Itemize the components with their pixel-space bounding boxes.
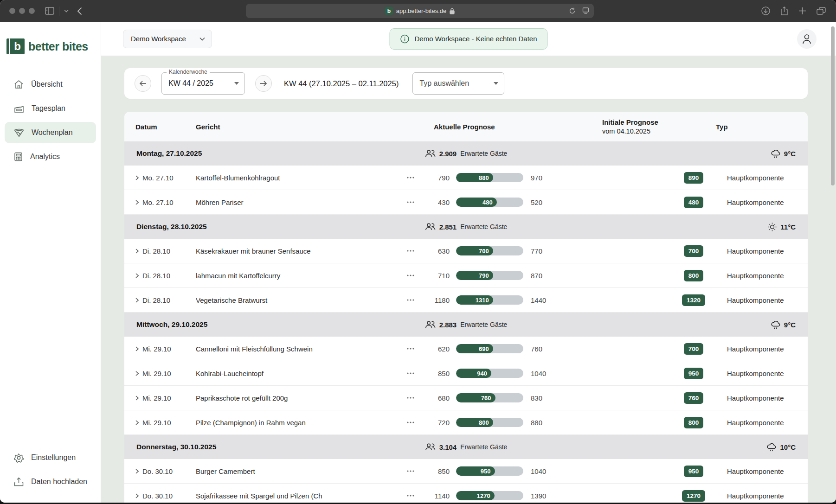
row-menu-button[interactable]	[407, 397, 424, 399]
sidebar-item-tagesplan[interactable]: Tagesplan	[5, 98, 96, 119]
reader-mode-icon[interactable]	[582, 7, 589, 14]
url-bar[interactable]: b app.better-bites.de	[246, 4, 594, 18]
back-button-icon[interactable]	[77, 7, 82, 15]
window-controls[interactable]	[9, 8, 35, 14]
forecast-bar: 700	[456, 246, 523, 255]
people-icon	[425, 150, 436, 157]
tab-overview-icon[interactable]	[817, 7, 826, 15]
initial-forecast-badge: 1320	[682, 294, 705, 306]
sidebar-item-uebersicht[interactable]: Übersicht	[5, 74, 96, 95]
type-filter-select[interactable]: Typ auswählen	[412, 72, 504, 95]
row-expand-toggle[interactable]: Di. 28.10	[135, 296, 196, 304]
forecast-high: 880	[531, 419, 563, 427]
dish-name: Burger Camembert	[196, 467, 407, 475]
reload-icon[interactable]	[569, 7, 576, 14]
chevron-right-icon	[135, 493, 139, 498]
forecast-high: 970	[531, 174, 563, 182]
forecast-high: 770	[531, 247, 563, 255]
zoom-window-button[interactable]	[29, 8, 35, 14]
chevron-right-icon	[135, 175, 139, 180]
close-window-button[interactable]	[9, 8, 15, 14]
row-expand-toggle[interactable]: Mi. 29.10	[135, 370, 196, 377]
meal-row: Mi. 29.10 Cannelloni mit Fleischfüllung …	[124, 337, 808, 361]
workspace-select[interactable]: Demo Workspace	[123, 30, 212, 48]
meal-type: Hauptkomponente	[727, 394, 797, 402]
forecast-current: 690	[456, 344, 493, 353]
site-favicon: b	[385, 7, 393, 15]
row-date: Mi. 29.10	[142, 370, 171, 377]
row-expand-toggle[interactable]: Mi. 29.10	[135, 419, 196, 427]
sidebar-item-wochenplan[interactable]: Wochenplan	[5, 122, 96, 143]
calendar-week-value: KW 44 / 2025	[168, 79, 213, 88]
pizza-icon	[14, 128, 24, 137]
chevron-right-icon	[135, 346, 139, 351]
forecast-low: 630	[424, 247, 450, 255]
calendar-week-label: Kalenderwoche	[167, 69, 210, 75]
rain-cloud-icon	[771, 320, 781, 330]
calendar-week-select[interactable]: Kalenderwoche KW 44 / 2025	[161, 72, 245, 95]
row-menu-button[interactable]	[407, 470, 424, 472]
meal-type: Hauptkomponente	[727, 370, 797, 377]
calculator-icon	[14, 152, 23, 161]
row-expand-toggle[interactable]: Do. 30.10	[135, 467, 196, 475]
sidebar-toggle-icon[interactable]	[45, 7, 54, 15]
row-date: Mo. 27.10	[142, 198, 174, 206]
expected-guests: 2.883 Erwartete Gäste	[425, 321, 508, 329]
new-tab-icon[interactable]	[798, 7, 806, 15]
row-expand-toggle[interactable]: Mi. 29.10	[135, 345, 196, 353]
meal-row: Mo. 27.10 Möhren Pariser 430 480 520 480…	[124, 190, 808, 215]
day-title: Donnerstag, 30.10.2025	[136, 443, 216, 451]
demo-banner: Demo Workspace - Keine echten Daten	[389, 28, 547, 50]
banner-text: Demo Workspace - Keine echten Daten	[414, 35, 537, 43]
guests-count: 3.104	[439, 443, 457, 451]
dish-name: Kartoffel-Blumenkohlragout	[196, 174, 407, 182]
expected-guests: 3.104 Erwartete Gäste	[425, 443, 508, 451]
share-icon[interactable]	[780, 6, 788, 16]
week-selector-card: Kalenderwoche KW 44 / 2025 KW 44 (27.10.…	[124, 68, 808, 99]
downloads-icon[interactable]	[761, 6, 770, 15]
forecast-bar: 480	[456, 198, 523, 207]
row-menu-button[interactable]	[407, 372, 424, 374]
sidebar-item-einstellungen[interactable]: Einstellungen	[5, 447, 96, 468]
row-expand-toggle[interactable]: Di. 28.10	[135, 247, 196, 255]
sidebar-item-label: Einstellungen	[31, 453, 76, 462]
meal-type: Hauptkomponente	[727, 467, 797, 475]
dish-name: Sojafrikassee mit Spargel und Pilzen (Ch	[196, 492, 407, 500]
browser-chrome: b app.better-bites.de	[0, 0, 836, 22]
forecast-high: 1390	[531, 492, 563, 500]
forecast-bar: 950	[456, 466, 523, 476]
row-expand-toggle[interactable]: Mi. 29.10	[135, 394, 196, 402]
row-menu-button[interactable]	[407, 421, 424, 423]
row-menu-button[interactable]	[407, 348, 424, 350]
info-icon	[400, 34, 409, 44]
row-expand-toggle[interactable]: Do. 30.10	[135, 492, 196, 500]
lock-icon	[450, 8, 455, 14]
forecast-current: 800	[456, 418, 493, 427]
table-body: Montag, 27.10.2025 2.909 Erwartete Gäste…	[124, 141, 808, 503]
gear-icon	[14, 453, 24, 463]
weather-info: 9°C	[771, 149, 796, 159]
row-menu-button[interactable]	[407, 274, 424, 276]
next-week-button[interactable]	[255, 75, 272, 92]
row-menu-button[interactable]	[407, 177, 424, 179]
row-menu-button[interactable]	[407, 299, 424, 301]
scrollbar-thumb[interactable]	[831, 26, 835, 185]
previous-week-button[interactable]	[135, 75, 151, 92]
forecast-low: 430	[424, 198, 450, 206]
row-expand-toggle[interactable]: Di. 28.10	[135, 272, 196, 280]
sidebar-item-daten-hochladen[interactable]: Daten hochladen	[5, 471, 96, 492]
user-menu-button[interactable]	[797, 29, 817, 49]
row-menu-button[interactable]	[407, 250, 424, 252]
people-icon	[425, 223, 436, 230]
sidebar-item-analytics[interactable]: Analytics	[5, 146, 96, 167]
minimize-window-button[interactable]	[19, 8, 25, 14]
row-expand-toggle[interactable]: Mo. 27.10	[135, 174, 196, 182]
row-menu-button[interactable]	[407, 495, 424, 497]
forecast-bar: 760	[456, 393, 523, 402]
row-menu-button[interactable]	[407, 201, 424, 203]
sidebar-chevron-icon[interactable]	[64, 9, 69, 13]
row-expand-toggle[interactable]: Mo. 27.10	[135, 198, 196, 206]
temperature-value: 9°C	[784, 321, 796, 329]
sidebar-item-label: Daten hochladen	[31, 478, 87, 486]
column-header-typ: Typ	[716, 123, 785, 131]
